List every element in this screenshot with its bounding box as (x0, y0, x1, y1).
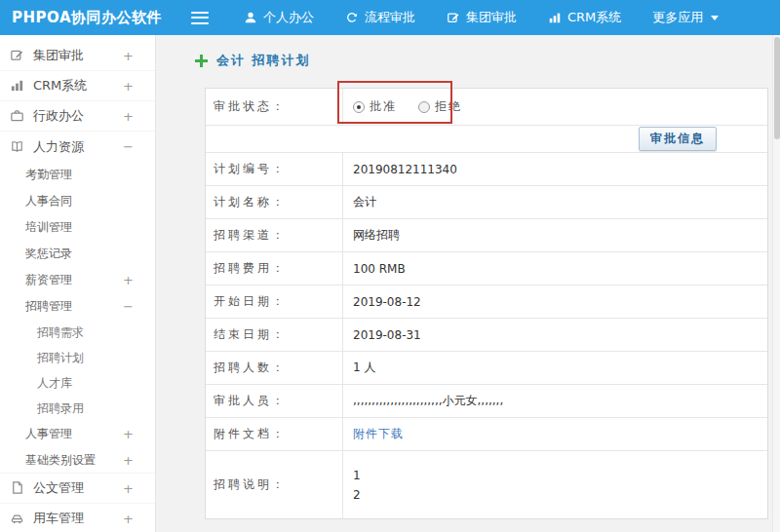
field-value: 附件下载 (342, 418, 767, 450)
nav-label: 更多应用 (652, 9, 703, 26)
field-value: 网络招聘 (342, 219, 767, 251)
nav-crm[interactable]: CRM系统 (532, 0, 637, 35)
table-row: 计划名称： 会计 (206, 186, 767, 219)
page-title: 会计 招聘计划 (216, 52, 311, 69)
edit-icon (447, 11, 460, 24)
field-label: 招聘渠道： (206, 219, 342, 251)
sidebar-item-recruitment[interactable]: 招聘管理 − (0, 293, 155, 320)
sidebar-item-recruit-plan[interactable]: 招聘计划 (0, 345, 155, 370)
table-row: 招聘渠道： 网络招聘 (206, 219, 767, 252)
bar-chart-icon (10, 78, 25, 94)
sidebar-item-admin-office[interactable]: 行政办公 + (0, 101, 155, 132)
sidebar: 集团审批 + CRM系统 + 行政办公 + 人力资源 − 考勤管理 人事合同 培… (0, 35, 156, 532)
sidebar-item-training[interactable]: 培训管理 (0, 214, 155, 241)
expand-toggle[interactable]: + (123, 513, 134, 525)
sidebar-item-recruit-hire[interactable]: 招聘录用 (0, 396, 155, 421)
approval-info-button[interactable]: 审批信息 (639, 127, 717, 151)
expand-toggle[interactable]: + (123, 454, 134, 467)
caret-down-icon (711, 16, 719, 20)
sidebar-item-crm[interactable]: CRM系统 + (0, 71, 155, 101)
topbar: PHPOA协同办公软件 个人办公 流程审批 集团审批 CRM系统 (0, 0, 780, 35)
field-label: 计划编号： (206, 153, 342, 185)
hamburger-icon[interactable] (191, 12, 209, 24)
expand-toggle[interactable]: + (123, 274, 134, 286)
nav-group-approval[interactable]: 集团审批 (431, 0, 532, 35)
nav-label: CRM系统 (567, 9, 621, 26)
app-title: PHPOA协同办公软件 (0, 9, 185, 27)
nav-label: 个人办公 (263, 9, 314, 26)
book-icon (10, 139, 25, 155)
bar-chart-icon (548, 11, 562, 24)
car-icon (10, 511, 25, 526)
sidebar-item-document[interactable]: 公文管理 + (0, 474, 155, 504)
table-row-description: 招聘说明： 1 2 (206, 451, 767, 518)
sidebar-item-hr-contract[interactable]: 人事合同 (0, 188, 155, 214)
table-row-attachment: 附件文档： 附件下载 (206, 418, 767, 451)
sidebar-item-rewards[interactable]: 奖惩记录 (0, 241, 155, 267)
approval-status-row: 审批状态： 批准 拒绝 (206, 89, 767, 126)
field-label: 审批状态： (206, 89, 342, 125)
table-row: 招聘人数： 1 人 (206, 352, 767, 385)
nav-more-apps[interactable]: 更多应用 (637, 0, 734, 35)
briefcase-icon (10, 108, 25, 124)
nav-label: 流程审批 (365, 9, 415, 26)
nav-workflow-approval[interactable]: 流程审批 (330, 0, 431, 35)
field-value: 1 2 (342, 451, 767, 518)
field-value: 100 RMB (342, 252, 767, 285)
document-icon (10, 480, 25, 496)
sidebar-item-recruit-demand[interactable]: 招聘需求 (0, 320, 155, 345)
vertical-scrollbar[interactable] (772, 35, 780, 532)
sidebar-item-base-category[interactable]: 基础类别设置 + (0, 447, 155, 474)
field-value: 2019-08-12 (342, 285, 767, 318)
sidebar-item-personnel[interactable]: 人事管理 + (0, 421, 155, 447)
field-value: 会计 (342, 186, 767, 218)
field-label: 计划名称： (206, 186, 342, 218)
table-row: 结束日期： 2019-08-31 (206, 319, 767, 352)
field-value: ,,,,,,,,,,,,,,,,,,,,,,,,小元女,,,,,,, (342, 385, 767, 417)
sidebar-item-talent-pool[interactable]: 人才库 (0, 370, 155, 396)
description-line: 2 (353, 488, 361, 502)
sidebar-item-group-approval[interactable]: 集团审批 + (0, 41, 155, 71)
person-icon (244, 11, 257, 24)
radio-reject[interactable]: 拒绝 (418, 98, 462, 115)
table-row: 开始日期： 2019-08-12 (206, 285, 767, 319)
approval-button-row: 审批信息 (206, 126, 767, 153)
approval-status-options: 批准 拒绝 (342, 89, 767, 125)
field-label: 招聘人数： (206, 352, 342, 384)
collapse-toggle[interactable]: − (123, 300, 134, 313)
field-label: 结束日期： (206, 319, 342, 351)
expand-toggle[interactable]: + (123, 50, 134, 62)
sidebar-item-hr[interactable]: 人力资源 − (0, 132, 155, 162)
radio-label: 批准 (370, 98, 397, 115)
scrollbar-thumb[interactable] (774, 37, 780, 139)
recruit-plan-detail-table: 审批状态： 批准 拒绝 审批信息 计划编号： 20190812111340 计划… (205, 88, 768, 519)
main-content: 会计 招聘计划 审批状态： 批准 拒绝 审批信息 计划编号： 201908121 (156, 35, 772, 532)
radio-approve[interactable]: 批准 (353, 98, 397, 115)
field-value: 20190812111340 (342, 153, 767, 185)
expand-toggle[interactable]: + (123, 482, 134, 495)
edit-icon (10, 48, 25, 63)
attachment-download-link[interactable]: 附件下载 (353, 426, 404, 442)
radio-unchecked-icon (418, 101, 430, 113)
breadcrumb: 会计 招聘计划 (195, 51, 772, 70)
sidebar-item-vehicle[interactable]: 用车管理 + (0, 504, 155, 532)
table-row: 审批人员： ,,,,,,,,,,,,,,,,,,,,,,,,小元女,,,,,,, (206, 385, 767, 418)
field-label: 审批人员： (206, 385, 342, 417)
radio-checked-icon (353, 101, 365, 113)
field-value: 2019-08-31 (342, 319, 767, 351)
field-value: 1 人 (342, 352, 767, 384)
nav-personal-office[interactable]: 个人办公 (228, 0, 330, 35)
sidebar-item-salary[interactable]: 薪资管理 + (0, 267, 155, 293)
expand-toggle[interactable]: + (123, 428, 134, 440)
top-nav: 个人办公 流程审批 集团审批 CRM系统 更多应用 (228, 0, 734, 35)
expand-toggle[interactable]: + (123, 110, 134, 123)
sidebar-item-attendance[interactable]: 考勤管理 (0, 162, 155, 188)
nav-label: 集团审批 (466, 9, 517, 26)
collapse-toggle[interactable]: − (123, 140, 134, 153)
add-icon (195, 55, 208, 67)
field-label: 开始日期： (206, 285, 342, 318)
field-label: 附件文档： (206, 418, 342, 450)
field-label: 招聘说明： (206, 451, 342, 518)
expand-toggle[interactable]: + (123, 80, 134, 93)
table-row: 招聘费用： 100 RMB (206, 252, 767, 285)
